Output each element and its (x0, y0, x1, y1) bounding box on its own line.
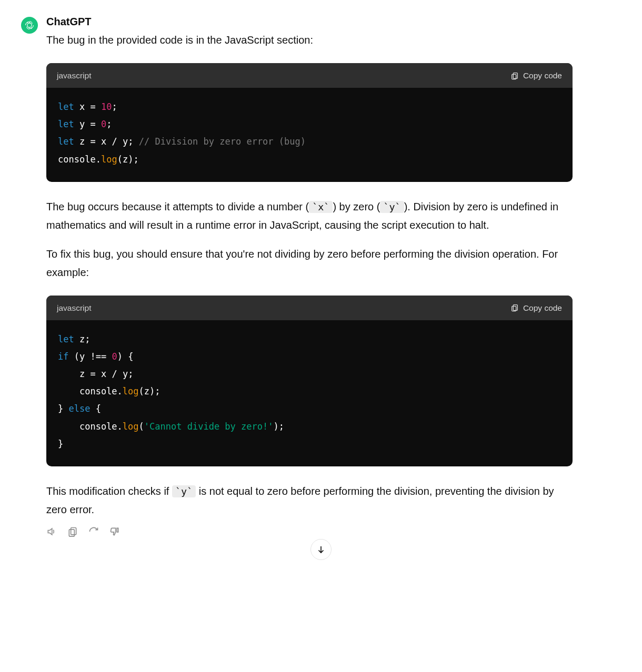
message-content: ChatGPT The bug in the provided code is … (46, 16, 573, 537)
inline-code-y: `y` (380, 201, 404, 213)
thumbs-down-icon (109, 526, 120, 537)
copy-code-label: Copy code (523, 301, 562, 315)
speaker-icon (46, 526, 57, 537)
author-name: ChatGPT (46, 16, 573, 28)
copy-code-label: Copy code (523, 68, 562, 83)
svg-rect-3 (513, 305, 517, 311)
code-block-2: javascript Copy code let z; if (y !== 0)… (46, 296, 573, 466)
code-header: javascript Copy code (46, 63, 573, 88)
code-body[interactable]: let z; if (y !== 0) { z = x / y; console… (46, 320, 573, 466)
inline-code-y2: `y` (172, 485, 196, 497)
intro-text: The bug in the provided code is in the J… (46, 31, 573, 49)
inline-code-x: `x` (309, 201, 333, 213)
assistant-message: ChatGPT The bug in the provided code is … (21, 16, 621, 537)
code-block-1: javascript Copy code let x = 10; let y =… (46, 63, 573, 182)
openai-logo-icon (24, 20, 35, 30)
paragraph-1: The bug occurs because it attempts to di… (46, 198, 573, 235)
svg-point-0 (27, 23, 32, 27)
scroll-to-bottom-button[interactable] (310, 539, 332, 560)
code-language-label: javascript (57, 301, 91, 315)
clipboard-icon (67, 526, 78, 537)
message-body: The bug in the provided code is in the J… (46, 31, 573, 519)
paragraph-3: This modification checks if `y` is not e… (46, 482, 573, 519)
bad-response-button[interactable] (109, 526, 120, 537)
svg-rect-1 (513, 73, 517, 78)
refresh-icon (88, 526, 99, 537)
svg-rect-6 (69, 530, 74, 536)
svg-rect-5 (71, 527, 76, 534)
code-header: javascript Copy code (46, 296, 573, 320)
code-language-label: javascript (57, 68, 91, 83)
message-actions (46, 526, 573, 537)
code-body[interactable]: let x = 10; let y = 0; let z = x / y; //… (46, 88, 573, 182)
regenerate-button[interactable] (88, 526, 99, 537)
arrow-down-icon (316, 545, 326, 554)
clipboard-icon (510, 72, 519, 80)
read-aloud-button[interactable] (46, 526, 57, 537)
paragraph-2: To fix this bug, you should ensure that … (46, 245, 573, 282)
copy-message-button[interactable] (67, 526, 78, 537)
clipboard-icon (510, 303, 519, 312)
assistant-avatar (21, 17, 38, 34)
copy-code-button[interactable]: Copy code (510, 68, 562, 83)
copy-code-button[interactable]: Copy code (510, 301, 562, 315)
